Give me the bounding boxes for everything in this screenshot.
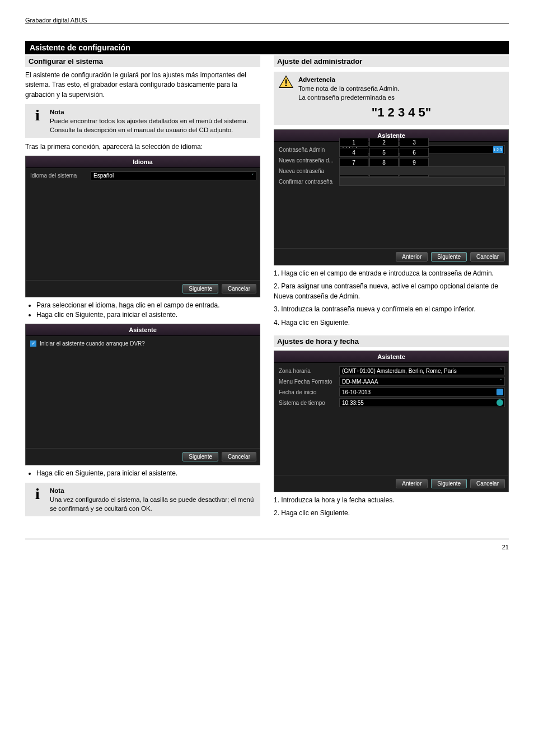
idioma-select[interactable]: Español ˅ bbox=[91, 171, 256, 180]
svg-rect-1 bbox=[285, 80, 287, 84]
dvr-window-admin: Asistente Contraseña Admin ***** 123 Nue… bbox=[274, 129, 509, 265]
note-block-2: i Nota Una vez configurado el sistema, l… bbox=[25, 483, 260, 516]
admin-step-2: 2. Para asignar una contraseña nueva, ac… bbox=[274, 282, 509, 301]
after-note1: Tras la primera conexión, aparecerá la s… bbox=[25, 142, 260, 152]
footer-right: 21 bbox=[502, 544, 509, 550]
svg-point-2 bbox=[285, 85, 287, 86]
key-8[interactable]: 8 bbox=[369, 158, 399, 167]
info-icon: i bbox=[30, 108, 45, 123]
start-wizard-checkbox[interactable]: ✓ bbox=[30, 340, 36, 347]
startdate-field[interactable]: 16-10-2013 bbox=[339, 388, 505, 396]
bullet-after-wizard: Haga clic en Siguiente, para iniciar el … bbox=[36, 469, 260, 478]
header-left: Grabador digital ABUS bbox=[25, 17, 87, 24]
warn-line1: Tome nota de la contraseña Admin. bbox=[298, 84, 504, 93]
header-rule bbox=[25, 24, 509, 24]
page-footer: 21 bbox=[25, 544, 509, 550]
start-wizard-label: Iniciar el asistente cuando arranque DVR… bbox=[40, 340, 145, 347]
dvr-window-idioma: Idioma Idioma del sistema Español ˅ Sigu… bbox=[25, 156, 260, 297]
time-step-2: 2. Haga clic en Siguiente. bbox=[274, 508, 509, 518]
datefmt-label: Menu Fecha Formato bbox=[278, 379, 339, 385]
page-header: Grabador digital ABUS bbox=[25, 17, 509, 24]
tz-label: Zona horaria bbox=[278, 368, 339, 374]
idioma-cancel-button[interactable]: Cancelar bbox=[222, 284, 256, 293]
calendar-icon[interactable] bbox=[496, 389, 503, 395]
dvr-wizard-title: Asistente bbox=[26, 324, 260, 336]
new-pw-label: Nueva contraseña bbox=[278, 168, 339, 174]
key-2[interactable]: 2 bbox=[369, 138, 399, 147]
info-icon: i bbox=[30, 486, 45, 502]
chevron-down-icon: ˅ bbox=[500, 379, 503, 384]
new-pw-field[interactable] bbox=[339, 166, 505, 175]
bullet-lang-1: Para seleccionar el idioma, haga clic en… bbox=[36, 301, 260, 310]
bullet-lang-2: Haga clic en Siguiente, para iniciar el … bbox=[36, 310, 260, 320]
chevron-down-icon: ˅ bbox=[251, 173, 254, 179]
subhead-config-system: Configurar el sistema bbox=[25, 55, 260, 67]
dvr-idioma-title: Idioma bbox=[26, 156, 260, 168]
warn-line2: La contraseña predeterminada es bbox=[298, 93, 504, 102]
dvr-time-title: Asistente bbox=[274, 351, 508, 363]
chevron-down-icon: ˅ bbox=[500, 368, 503, 374]
systime-field[interactable]: 10:33:55 bbox=[339, 398, 505, 407]
systime-value: 10:33:55 bbox=[342, 400, 364, 406]
key-7[interactable]: 7 bbox=[339, 158, 368, 167]
intro-text: El asistente de configuración le guiará … bbox=[25, 71, 260, 100]
startdate-value: 16-10-2013 bbox=[342, 389, 371, 395]
idioma-next-button[interactable]: Siguiente bbox=[182, 284, 218, 293]
section-title: Asistente de configuración bbox=[25, 41, 509, 54]
startdate-label: Fecha de inicio bbox=[278, 389, 339, 395]
idioma-label: Idioma del sistema bbox=[29, 172, 91, 179]
dvr-window-wizard-start: Asistente ✓ Iniciar el asistente cuando … bbox=[25, 324, 260, 465]
key-6[interactable]: 6 bbox=[400, 148, 429, 157]
tz-select[interactable]: (GMT+01:00) Amsterdam, Berlin, Rome, Par… bbox=[339, 366, 505, 375]
time-cancel-button[interactable]: Cancelar bbox=[470, 479, 505, 488]
default-password: "1 2 3 4 5" bbox=[298, 104, 504, 122]
admin-step-3: 3. Introduzca la contraseña nueva y conf… bbox=[274, 305, 509, 314]
key-4[interactable]: 4 bbox=[339, 148, 368, 157]
note1-title: Nota bbox=[50, 108, 256, 116]
time-step-1: 1. Introduzca la hora y la fecha actuale… bbox=[274, 496, 509, 505]
warn-title: Advertencia bbox=[298, 75, 504, 84]
key-1[interactable]: 1 bbox=[339, 138, 368, 147]
time-next-button[interactable]: Siguiente bbox=[431, 479, 467, 488]
wizard-start-cancel-button[interactable]: Cancelar bbox=[222, 452, 256, 461]
key-5[interactable]: 5 bbox=[369, 148, 399, 157]
clock-icon[interactable] bbox=[496, 399, 503, 406]
subhead-admin: Ajuste del administrador bbox=[274, 55, 509, 67]
note-block-1: i Nota Puede encontrar todos los ajustes… bbox=[25, 104, 260, 138]
systime-label: Sistema de tiempo bbox=[278, 400, 339, 406]
confirm-pw-field[interactable] bbox=[339, 177, 505, 186]
admin-step-1: 1. Haga clic en el campo de entrada e in… bbox=[274, 269, 509, 278]
note2-title: Nota bbox=[50, 486, 256, 495]
admin-cancel-button[interactable]: Cancelar bbox=[470, 252, 505, 262]
wizard-start-next-button[interactable]: Siguiente bbox=[182, 452, 218, 461]
admin-prev-button[interactable]: Anterior bbox=[396, 252, 428, 262]
idioma-value: Español bbox=[93, 172, 114, 179]
confirm-pw-label: Confirmar contraseña bbox=[278, 179, 339, 185]
time-prev-button[interactable]: Anterior bbox=[396, 479, 428, 488]
footer-rule bbox=[25, 539, 509, 539]
dvr-window-time: Asistente Zona horaria (GMT+01:00) Amste… bbox=[274, 351, 509, 492]
datefmt-value: DD-MM-AAAA bbox=[342, 379, 378, 385]
new-pw-flag-label: Nueva contraseña d... bbox=[278, 157, 339, 164]
admin-step-4: 4. Haga clic en Siguiente. bbox=[274, 318, 509, 328]
warning-block: Advertencia Tome nota de la contraseña A… bbox=[274, 72, 509, 125]
subhead-time: Ajustes de hora y fecha bbox=[274, 335, 509, 347]
admin-next-button[interactable]: Siguiente bbox=[431, 252, 467, 262]
note2-line1: Una vez configurado el sistema, la casil… bbox=[50, 495, 256, 513]
admin-pw-label: Contraseña Admin bbox=[278, 147, 339, 153]
datefmt-select[interactable]: DD-MM-AAAA ˅ bbox=[339, 377, 505, 386]
key-9[interactable]: 9 bbox=[400, 158, 429, 167]
key-3[interactable]: 3 bbox=[400, 138, 429, 147]
warning-icon bbox=[278, 75, 294, 88]
note1-line1: Puede encontrar todos los ajustes detall… bbox=[50, 116, 256, 134]
tz-value: (GMT+01:00) Amsterdam, Berlin, Rome, Par… bbox=[342, 368, 502, 374]
